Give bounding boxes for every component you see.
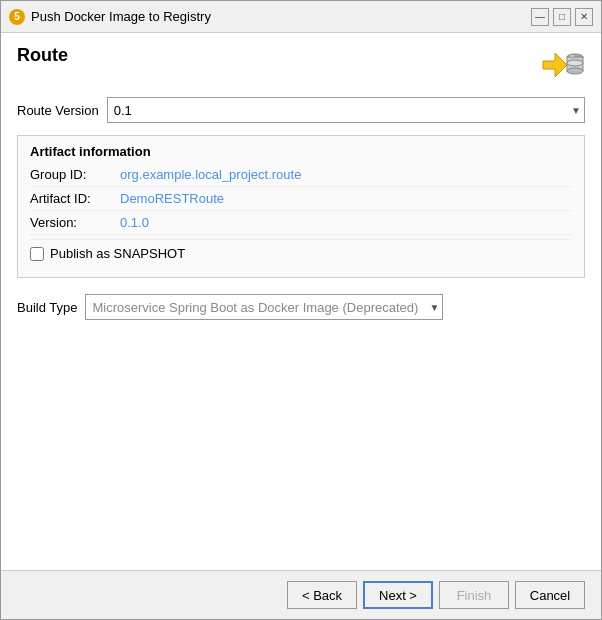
snapshot-checkbox[interactable]	[30, 247, 44, 261]
artifact-info-group: Artifact information Group ID: org.examp…	[17, 135, 585, 278]
artifact-id-value: DemoRESTRoute	[120, 191, 224, 206]
svg-marker-0	[543, 53, 567, 77]
build-type-row: Build Type Microservice Spring Boot as D…	[17, 294, 585, 320]
svg-point-5	[570, 55, 574, 57]
version-value: 0.1.0	[120, 215, 149, 230]
route-version-row: Route Version 0.1 ▼	[17, 97, 585, 123]
maximize-button[interactable]: □	[553, 8, 571, 26]
version-label: Version:	[30, 215, 120, 230]
build-type-select-wrapper: Microservice Spring Boot as Docker Image…	[85, 294, 443, 320]
title-bar-controls: — □ ✕	[531, 8, 593, 26]
route-version-select[interactable]: 0.1	[107, 97, 585, 123]
title-bar-left: 5 Push Docker Image to Registry	[9, 9, 211, 25]
database-icon	[537, 41, 585, 89]
snapshot-row: Publish as SNAPSHOT	[30, 239, 572, 265]
title-bar: 5 Push Docker Image to Registry — □ ✕	[1, 1, 601, 33]
window-title: Push Docker Image to Registry	[31, 9, 211, 24]
group-id-label: Group ID:	[30, 167, 120, 182]
minimize-button[interactable]: —	[531, 8, 549, 26]
content-area: Route Route Version	[1, 33, 601, 570]
back-button[interactable]: < Back	[287, 581, 357, 609]
build-type-select[interactable]: Microservice Spring Boot as Docker Image…	[85, 294, 443, 320]
version-row: Version: 0.1.0	[30, 215, 572, 235]
group-id-row: Group ID: org.example.local_project.rout…	[30, 167, 572, 187]
next-button[interactable]: Next >	[363, 581, 433, 609]
close-button[interactable]: ✕	[575, 8, 593, 26]
cancel-button[interactable]: Cancel	[515, 581, 585, 609]
artifact-id-row: Artifact ID: DemoRESTRoute	[30, 191, 572, 211]
artifact-id-label: Artifact ID:	[30, 191, 120, 206]
artifact-group-title: Artifact information	[30, 144, 572, 159]
snapshot-label: Publish as SNAPSHOT	[50, 246, 185, 261]
route-version-select-wrapper: 0.1 ▼	[107, 97, 585, 123]
app-icon: 5	[9, 9, 25, 25]
route-version-label: Route Version	[17, 103, 99, 118]
build-type-label: Build Type	[17, 300, 77, 315]
finish-button[interactable]: Finish	[439, 581, 509, 609]
button-bar: < Back Next > Finish Cancel	[1, 570, 601, 619]
group-id-value: org.example.local_project.route	[120, 167, 301, 182]
page-title: Route	[17, 45, 68, 66]
page-title-row: Route	[17, 45, 585, 89]
svg-point-3	[567, 68, 583, 74]
svg-point-4	[567, 60, 583, 66]
main-window: 5 Push Docker Image to Registry — □ ✕ Ro…	[0, 0, 602, 620]
